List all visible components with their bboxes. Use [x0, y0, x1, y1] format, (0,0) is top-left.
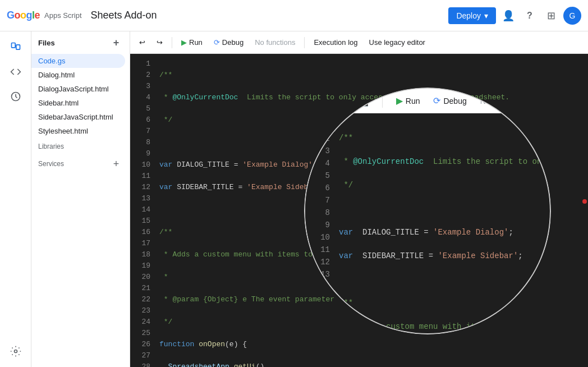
- run-icon: ▶: [181, 38, 187, 47]
- file-item-code-gs[interactable]: Code.gs: [31, 54, 125, 68]
- deploy-button[interactable]: Deploy ▾: [448, 7, 496, 24]
- file-item-sidebar-html[interactable]: Sidebar.html: [31, 96, 125, 110]
- error-indicator: [582, 199, 587, 204]
- debug-icon: ⟳: [214, 38, 220, 47]
- settings-rail-icon[interactable]: [4, 340, 27, 363]
- run-label: Run: [189, 38, 203, 47]
- editor-area: ↩ ↪ ▶ Run ⟳ Debug No functions Execution…: [130, 31, 588, 367]
- file-item-dialog-js-html[interactable]: DialogJavaScript.html: [31, 82, 125, 96]
- file-item-dialog-html[interactable]: Dialog.html: [31, 68, 125, 82]
- svg-point-3: [14, 350, 17, 353]
- svg-rect-0: [11, 43, 15, 48]
- debug-button[interactable]: ⟳ Debug: [209, 36, 248, 49]
- file-panel: Files + Code.gs Dialog.html DialogJavaSc…: [31, 31, 130, 367]
- file-item-sidebar-js-html[interactable]: SidebarJavaScript.html: [31, 110, 125, 124]
- project-title[interactable]: Sheets Add-on: [91, 10, 449, 21]
- mag-run-btn[interactable]: ▶ Run: [396, 95, 420, 106]
- legacy-editor-tab[interactable]: Use legacy editor: [365, 36, 430, 49]
- run-button[interactable]: ▶ Run: [177, 36, 207, 49]
- toolbar-divider-1: [172, 37, 172, 48]
- files-label: Files: [38, 39, 55, 47]
- redo-button[interactable]: ↪: [152, 36, 167, 49]
- file-item-stylesheet-html[interactable]: Stylesheet.html: [31, 124, 125, 138]
- toolbar-divider-2: [304, 37, 305, 48]
- app-title: Apps Script: [44, 11, 81, 20]
- triggers-rail-icon[interactable]: [4, 85, 27, 108]
- account-icon[interactable]: 👤: [499, 7, 517, 25]
- add-file-button[interactable]: +: [109, 36, 123, 49]
- services-section: Services +: [31, 153, 130, 173]
- mag-run-icon: ▶: [396, 95, 403, 106]
- libraries-section: Libraries: [31, 138, 130, 153]
- add-service-button[interactable]: +: [109, 157, 123, 171]
- execution-log-tab[interactable]: Execution log: [309, 36, 362, 49]
- avatar[interactable]: G: [563, 7, 581, 25]
- topbar-right: Deploy ▾ 👤 ? ⊞ G: [448, 7, 581, 25]
- apps-grid-icon[interactable]: ⊞: [542, 7, 560, 25]
- files-rail-icon[interactable]: [4, 36, 27, 58]
- mag-run-label: Run: [406, 97, 420, 105]
- line-numbers: 1 2 3 4 5 6 7 8 9 10 11 12 13 14 15 16 1…: [130, 54, 157, 367]
- help-icon[interactable]: ?: [521, 7, 539, 25]
- magnifier-overlay: 📷 ▶ Run ⟳ Debug No tu 1 2 3: [304, 88, 551, 334]
- code-rail-icon[interactable]: [4, 61, 27, 83]
- google-logo: Google: [7, 10, 40, 21]
- no-functions-label: No functions: [250, 36, 300, 49]
- topbar: Google Apps Script Sheets Add-on Deploy …: [0, 0, 588, 31]
- undo-button[interactable]: ↩: [135, 36, 150, 49]
- mag-debug-icon: ⟳: [433, 95, 440, 106]
- mag-debug-btn[interactable]: ⟳ Debug: [433, 95, 466, 106]
- svg-rect-1: [16, 45, 20, 49]
- editor-toolbar: ↩ ↪ ▶ Run ⟳ Debug No functions Execution…: [130, 31, 588, 54]
- debug-label: Debug: [222, 38, 244, 47]
- mag-debug-label: Debug: [443, 97, 466, 105]
- main-layout: Files + Code.gs Dialog.html DialogJavaSc…: [0, 31, 588, 367]
- files-header: Files +: [31, 31, 130, 54]
- icon-rail: [0, 31, 31, 367]
